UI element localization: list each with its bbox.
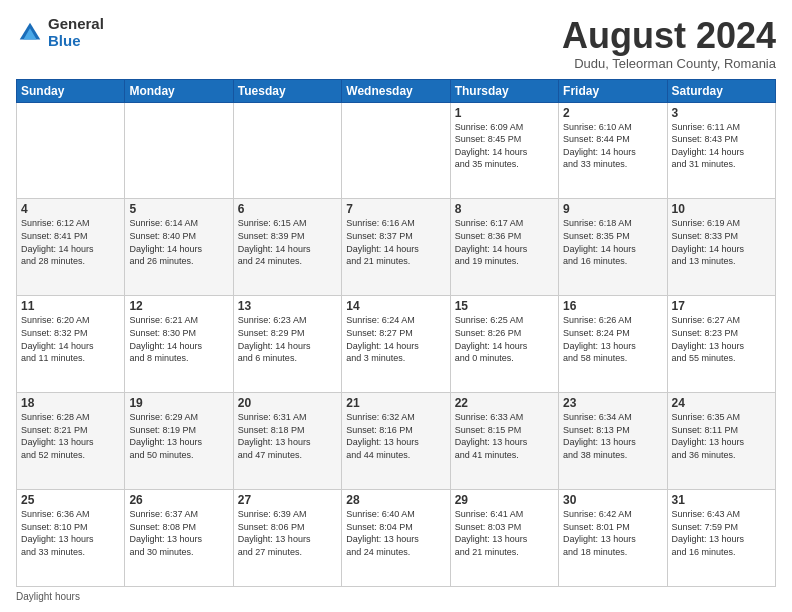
table-row: 21Sunrise: 6:32 AM Sunset: 8:16 PM Dayli… — [342, 393, 450, 490]
table-row: 17Sunrise: 6:27 AM Sunset: 8:23 PM Dayli… — [667, 296, 775, 393]
table-row: 3Sunrise: 6:11 AM Sunset: 8:43 PM Daylig… — [667, 102, 775, 199]
day-number: 17 — [672, 299, 771, 313]
calendar-week-2: 4Sunrise: 6:12 AM Sunset: 8:41 PM Daylig… — [17, 199, 776, 296]
day-number: 21 — [346, 396, 445, 410]
col-tuesday: Tuesday — [233, 79, 341, 102]
table-row: 18Sunrise: 6:28 AM Sunset: 8:21 PM Dayli… — [17, 393, 125, 490]
day-info: Sunrise: 6:40 AM Sunset: 8:04 PM Dayligh… — [346, 508, 445, 558]
table-row: 16Sunrise: 6:26 AM Sunset: 8:24 PM Dayli… — [559, 296, 667, 393]
day-number: 13 — [238, 299, 337, 313]
title-area: August 2024 Dudu, Teleorman County, Roma… — [562, 16, 776, 71]
table-row: 2Sunrise: 6:10 AM Sunset: 8:44 PM Daylig… — [559, 102, 667, 199]
day-info: Sunrise: 6:31 AM Sunset: 8:18 PM Dayligh… — [238, 411, 337, 461]
day-number: 19 — [129, 396, 228, 410]
location: Dudu, Teleorman County, Romania — [562, 56, 776, 71]
table-row: 6Sunrise: 6:15 AM Sunset: 8:39 PM Daylig… — [233, 199, 341, 296]
footer-note: Daylight hours — [16, 591, 776, 602]
table-row: 31Sunrise: 6:43 AM Sunset: 7:59 PM Dayli… — [667, 490, 775, 587]
logo-text: General Blue — [48, 16, 104, 49]
day-number: 11 — [21, 299, 120, 313]
table-row: 19Sunrise: 6:29 AM Sunset: 8:19 PM Dayli… — [125, 393, 233, 490]
day-number: 18 — [21, 396, 120, 410]
day-number: 28 — [346, 493, 445, 507]
day-info: Sunrise: 6:12 AM Sunset: 8:41 PM Dayligh… — [21, 217, 120, 267]
day-number: 27 — [238, 493, 337, 507]
col-thursday: Thursday — [450, 79, 558, 102]
col-wednesday: Wednesday — [342, 79, 450, 102]
table-row: 22Sunrise: 6:33 AM Sunset: 8:15 PM Dayli… — [450, 393, 558, 490]
table-row — [17, 102, 125, 199]
day-number: 5 — [129, 202, 228, 216]
calendar-header-row: Sunday Monday Tuesday Wednesday Thursday… — [17, 79, 776, 102]
table-row: 20Sunrise: 6:31 AM Sunset: 8:18 PM Dayli… — [233, 393, 341, 490]
day-info: Sunrise: 6:21 AM Sunset: 8:30 PM Dayligh… — [129, 314, 228, 364]
table-row — [125, 102, 233, 199]
day-info: Sunrise: 6:27 AM Sunset: 8:23 PM Dayligh… — [672, 314, 771, 364]
day-number: 22 — [455, 396, 554, 410]
day-number: 26 — [129, 493, 228, 507]
day-number: 3 — [672, 106, 771, 120]
header: General Blue August 2024 Dudu, Teleorman… — [16, 16, 776, 71]
col-friday: Friday — [559, 79, 667, 102]
logo-icon — [16, 19, 44, 47]
day-number: 12 — [129, 299, 228, 313]
day-info: Sunrise: 6:10 AM Sunset: 8:44 PM Dayligh… — [563, 121, 662, 171]
day-info: Sunrise: 6:25 AM Sunset: 8:26 PM Dayligh… — [455, 314, 554, 364]
day-info: Sunrise: 6:35 AM Sunset: 8:11 PM Dayligh… — [672, 411, 771, 461]
table-row — [342, 102, 450, 199]
day-number: 20 — [238, 396, 337, 410]
day-info: Sunrise: 6:19 AM Sunset: 8:33 PM Dayligh… — [672, 217, 771, 267]
day-number: 14 — [346, 299, 445, 313]
day-number: 30 — [563, 493, 662, 507]
table-row — [233, 102, 341, 199]
logo: General Blue — [16, 16, 104, 49]
table-row: 10Sunrise: 6:19 AM Sunset: 8:33 PM Dayli… — [667, 199, 775, 296]
day-info: Sunrise: 6:11 AM Sunset: 8:43 PM Dayligh… — [672, 121, 771, 171]
day-number: 24 — [672, 396, 771, 410]
day-number: 6 — [238, 202, 337, 216]
day-info: Sunrise: 6:16 AM Sunset: 8:37 PM Dayligh… — [346, 217, 445, 267]
day-info: Sunrise: 6:33 AM Sunset: 8:15 PM Dayligh… — [455, 411, 554, 461]
table-row: 1Sunrise: 6:09 AM Sunset: 8:45 PM Daylig… — [450, 102, 558, 199]
table-row: 28Sunrise: 6:40 AM Sunset: 8:04 PM Dayli… — [342, 490, 450, 587]
logo-blue-text: Blue — [48, 33, 104, 50]
table-row: 12Sunrise: 6:21 AM Sunset: 8:30 PM Dayli… — [125, 296, 233, 393]
day-number: 1 — [455, 106, 554, 120]
day-info: Sunrise: 6:34 AM Sunset: 8:13 PM Dayligh… — [563, 411, 662, 461]
day-number: 8 — [455, 202, 554, 216]
table-row: 11Sunrise: 6:20 AM Sunset: 8:32 PM Dayli… — [17, 296, 125, 393]
day-info: Sunrise: 6:18 AM Sunset: 8:35 PM Dayligh… — [563, 217, 662, 267]
table-row: 30Sunrise: 6:42 AM Sunset: 8:01 PM Dayli… — [559, 490, 667, 587]
day-number: 7 — [346, 202, 445, 216]
day-number: 31 — [672, 493, 771, 507]
table-row: 7Sunrise: 6:16 AM Sunset: 8:37 PM Daylig… — [342, 199, 450, 296]
day-info: Sunrise: 6:41 AM Sunset: 8:03 PM Dayligh… — [455, 508, 554, 558]
day-info: Sunrise: 6:17 AM Sunset: 8:36 PM Dayligh… — [455, 217, 554, 267]
day-info: Sunrise: 6:14 AM Sunset: 8:40 PM Dayligh… — [129, 217, 228, 267]
calendar-week-1: 1Sunrise: 6:09 AM Sunset: 8:45 PM Daylig… — [17, 102, 776, 199]
table-row: 14Sunrise: 6:24 AM Sunset: 8:27 PM Dayli… — [342, 296, 450, 393]
calendar-table: Sunday Monday Tuesday Wednesday Thursday… — [16, 79, 776, 587]
table-row: 9Sunrise: 6:18 AM Sunset: 8:35 PM Daylig… — [559, 199, 667, 296]
day-number: 4 — [21, 202, 120, 216]
day-number: 29 — [455, 493, 554, 507]
month-title: August 2024 — [562, 16, 776, 56]
day-info: Sunrise: 6:15 AM Sunset: 8:39 PM Dayligh… — [238, 217, 337, 267]
day-info: Sunrise: 6:29 AM Sunset: 8:19 PM Dayligh… — [129, 411, 228, 461]
day-number: 10 — [672, 202, 771, 216]
day-info: Sunrise: 6:28 AM Sunset: 8:21 PM Dayligh… — [21, 411, 120, 461]
day-number: 2 — [563, 106, 662, 120]
table-row: 29Sunrise: 6:41 AM Sunset: 8:03 PM Dayli… — [450, 490, 558, 587]
col-sunday: Sunday — [17, 79, 125, 102]
table-row: 26Sunrise: 6:37 AM Sunset: 8:08 PM Dayli… — [125, 490, 233, 587]
day-info: Sunrise: 6:43 AM Sunset: 7:59 PM Dayligh… — [672, 508, 771, 558]
col-saturday: Saturday — [667, 79, 775, 102]
table-row: 8Sunrise: 6:17 AM Sunset: 8:36 PM Daylig… — [450, 199, 558, 296]
day-number: 9 — [563, 202, 662, 216]
table-row: 25Sunrise: 6:36 AM Sunset: 8:10 PM Dayli… — [17, 490, 125, 587]
day-info: Sunrise: 6:42 AM Sunset: 8:01 PM Dayligh… — [563, 508, 662, 558]
col-monday: Monday — [125, 79, 233, 102]
table-row: 5Sunrise: 6:14 AM Sunset: 8:40 PM Daylig… — [125, 199, 233, 296]
day-info: Sunrise: 6:24 AM Sunset: 8:27 PM Dayligh… — [346, 314, 445, 364]
day-number: 23 — [563, 396, 662, 410]
